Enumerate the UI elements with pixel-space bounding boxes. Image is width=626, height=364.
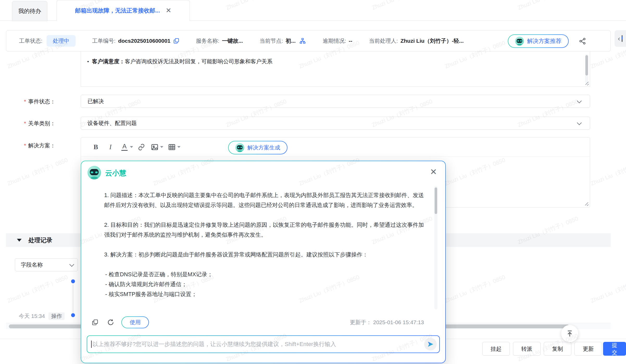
- watermark-text: Zhuzi Liu（刘竹子）0850: [443, 273, 506, 305]
- overdue-group: 逾期情况: --: [323, 37, 352, 45]
- assistant-bullet: - 核实SMTP服务器地址与端口设置；: [104, 289, 428, 299]
- chevron-down-icon: [69, 262, 74, 267]
- overdue-label: 逾期情况:: [323, 37, 346, 45]
- service-name-label: 服务名称:: [196, 37, 220, 45]
- resize-grip-icon[interactable]: [584, 80, 589, 86]
- tab-ticket-label: 邮箱出现故障，无法正常接收邮...: [75, 7, 160, 15]
- timeline-dot: [71, 279, 75, 283]
- field-name-value: 字段名称: [21, 261, 43, 268]
- send-button[interactable]: [424, 338, 437, 350]
- required-asterisk: *: [24, 142, 26, 148]
- chevron-down-icon: [577, 120, 581, 125]
- ai-assistant-dialog-body: 云小慧 ✕ 1. 问题描述：本次工单中反映的问题主要集中在公司的电子邮件系统上，…: [81, 161, 445, 363]
- assistant-bullets: - 检查DNS记录是否正确，特别是MX记录；- 确认防火墙规则允许邮件通信；- …: [104, 269, 428, 299]
- chevron-down-icon: [577, 98, 581, 103]
- impact-scrollbar[interactable]: [585, 54, 588, 83]
- solution-recommend-label: 解决方案推荐: [527, 37, 561, 45]
- share-icon[interactable]: [579, 37, 586, 45]
- footer-action-button[interactable]: 复制: [544, 342, 571, 356]
- impact-scrollbar-thumb[interactable]: [585, 55, 588, 76]
- text-caret: [91, 341, 92, 348]
- handler-label: 当前处理人:: [369, 37, 398, 45]
- tab-bar: 我的待办 邮箱出现故障，无法正常接收邮... ✕: [0, 0, 626, 21]
- ticket-status-label: 工单状态:: [19, 37, 42, 45]
- timeline-entry: 今天 15:34操作: [19, 312, 79, 323]
- updated-timestamp: 更新于： 2025-01-06 15:47:13: [350, 319, 424, 326]
- tab-my-todo-label: 我的待办: [18, 7, 41, 15]
- ai-assistant-dialog: 云小慧 ✕ 1. 问题描述：本次工单中反映的问题主要集中在公司的电子邮件系统上，…: [81, 161, 446, 363]
- handler-group: 当前处理人: Zhuzi Liu（刘竹子）-轻...: [369, 37, 464, 45]
- solution-generate-button[interactable]: 解决方案生成: [228, 141, 287, 154]
- send-icon: [427, 341, 434, 348]
- use-solution-button[interactable]: 使用: [121, 316, 149, 328]
- font-color-icon[interactable]: A: [121, 143, 128, 151]
- assistant-message: 1. 问题描述：本次工单中反映的问题主要集中在公司的电子邮件系统上，表现为内部及…: [104, 190, 428, 309]
- submit-button[interactable]: 提交: [603, 342, 626, 356]
- event-status-select[interactable]: 已解决: [81, 95, 590, 108]
- field-name-select[interactable]: 字段名称: [15, 258, 78, 271]
- link-icon[interactable]: [138, 143, 145, 151]
- current-node-label: 当前节点:: [260, 37, 283, 45]
- handler-value: Zhuzi Liu（刘竹子）-轻...: [400, 37, 464, 45]
- overdue-value: --: [349, 38, 352, 44]
- impact-textarea[interactable]: •客户满意度：客户咨询或投诉无法及时回复，可能影响公司形象和客户关系: [81, 52, 590, 87]
- solution-recommend-button[interactable]: 解决方案推荐: [508, 34, 569, 48]
- tab-my-todo[interactable]: 我的待办: [12, 1, 47, 21]
- back-to-top-icon: [566, 330, 574, 337]
- ticket-header-card: 工单状态: 处理中 工单编号: docs2025010600001 服务名称: …: [6, 30, 611, 52]
- workflow-sitemap-icon[interactable]: [299, 37, 306, 44]
- assistant-bullet: - 确认防火墙规则允许邮件通信；: [104, 279, 428, 289]
- dialog-close-icon[interactable]: ✕: [430, 167, 437, 177]
- footer-action-button[interactable]: 转派: [513, 342, 541, 356]
- bold-icon[interactable]: B: [91, 143, 100, 151]
- solution-recommend-inner: 解决方案推荐: [508, 35, 568, 47]
- required-asterisk: *: [24, 120, 26, 126]
- copy-ticket-no-icon[interactable]: [173, 38, 179, 44]
- event-status-value: 已解决: [87, 98, 104, 105]
- timeline-time: 今天 15:34: [19, 313, 45, 319]
- status-badge: 处理中: [47, 35, 76, 47]
- bullet-dot: •: [87, 59, 89, 64]
- ticket-no-value: docs2025010600001: [118, 38, 171, 44]
- assistant-robot-icon: [515, 37, 524, 46]
- italic-icon[interactable]: I: [106, 143, 115, 151]
- current-node-group: 当前节点: 初...: [260, 37, 306, 45]
- font-color-caret-icon[interactable]: [130, 146, 133, 148]
- back-to-top-button[interactable]: [561, 325, 578, 342]
- assistant-robot-icon: [235, 143, 244, 152]
- timeline-line: [73, 285, 73, 314]
- copy-response-icon[interactable]: [89, 316, 101, 328]
- event-status-label: *事件状态：: [24, 98, 55, 105]
- resize-grip-icon[interactable]: [584, 201, 589, 206]
- tab-ticket[interactable]: 邮箱出现故障，无法正常接收邮... ✕: [57, 0, 190, 21]
- app-window: 我的待办 邮箱出现故障，无法正常接收邮... ✕ 工单状态: 处理中 工单编号:…: [0, 0, 626, 364]
- solution-label: *解决方案：: [24, 142, 55, 149]
- close-category-select[interactable]: 设备硬件、配置问题: [81, 117, 590, 130]
- watermark-text: Zhuzi Liu（刘竹子）0850: [589, 273, 626, 305]
- table-caret-icon[interactable]: [177, 146, 180, 148]
- table-icon[interactable]: [168, 143, 176, 151]
- use-solution-label: 使用: [130, 319, 141, 326]
- assistant-avatar: [87, 166, 101, 179]
- chevron-left-icon: ‹: [618, 35, 620, 43]
- chat-input[interactable]: [87, 341, 424, 348]
- image-icon[interactable]: [151, 143, 159, 151]
- footer-action-button[interactable]: 更新: [574, 342, 602, 356]
- chat-input-box: [87, 335, 440, 353]
- timeline-action-tag: 操作: [48, 312, 65, 320]
- close-category-label: *关单类别：: [24, 120, 55, 127]
- dialog-scrollbar-thumb[interactable]: [435, 187, 437, 214]
- collapse-panel-button[interactable]: ‹: [615, 30, 626, 47]
- editor-toolbar: B I A 解决方案生成: [81, 137, 590, 157]
- assistant-paragraph: 2. 目标和目的：我们的目标是迅速定位并修复导致上述问题的原因，以恢复正常的电子…: [104, 220, 428, 240]
- ticket-no-group: 工单编号: docs2025010600001: [92, 37, 179, 45]
- impact-text-line: •客户满意度：客户咨询或投诉无法及时回复，可能影响公司形象和客户关系: [87, 58, 272, 65]
- regenerate-icon[interactable]: [105, 316, 117, 328]
- tab-close-icon[interactable]: ✕: [166, 7, 171, 15]
- footer-buttons: 挂起转派复制更新: [482, 342, 602, 356]
- footer-action-button[interactable]: 挂起: [482, 342, 510, 356]
- collapse-triangle-icon: [17, 239, 22, 242]
- dialog-scrollbar[interactable]: [434, 186, 437, 309]
- image-caret-icon[interactable]: [160, 146, 163, 148]
- ticket-no-label: 工单编号:: [92, 37, 116, 45]
